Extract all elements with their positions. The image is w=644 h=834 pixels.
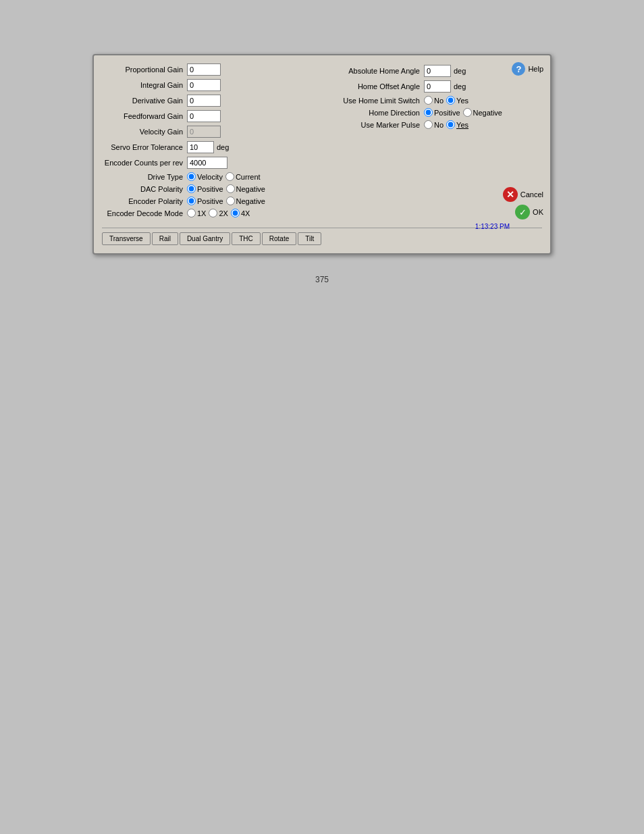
home-direction-label: Home Direction (325, 109, 420, 117)
drive-type-velocity-option[interactable]: Velocity (187, 172, 223, 181)
tab-thc[interactable]: THC (232, 232, 261, 245)
dac-polarity-positive-radio[interactable] (187, 184, 196, 193)
feedforward-gain-input[interactable] (187, 110, 221, 122)
use-marker-pulse-yes-option[interactable]: Yes (446, 120, 468, 129)
home-offset-angle-label: Home Offset Angle (325, 82, 420, 90)
encoder-decode-group: 1X 2X 4X (187, 209, 250, 217)
left-panel: Proportional Gain Integral Gain Derivati… (102, 63, 319, 221)
home-offset-angle-unit: deg (454, 82, 466, 90)
encoder-polarity-negative-option[interactable]: Negative (226, 197, 265, 205)
tab-dual-gantry[interactable]: Dual Gantry (180, 232, 230, 245)
page-number: 375 (315, 275, 329, 284)
servo-error-label: Servo Error Tolerance (102, 143, 183, 151)
dac-polarity-group: Positive Negative (187, 184, 265, 193)
use-home-limit-yes-option[interactable]: Yes (446, 96, 468, 105)
abs-home-angle-row: Absolute Home Angle deg (325, 65, 542, 77)
encoder-decode-1x-radio[interactable] (187, 209, 196, 217)
integral-gain-row: Integral Gain (102, 79, 319, 91)
help-area: ? Help (512, 62, 543, 76)
encoder-counts-label: Encoder Counts per rev (102, 159, 183, 167)
abs-home-angle-label: Absolute Home Angle (325, 67, 420, 75)
main-dialog: ? Help Proportional Gain Integral Gain D… (92, 54, 552, 255)
proportional-gain-label: Proportional Gain (102, 66, 183, 74)
integral-gain-label: Integral Gain (102, 81, 183, 89)
drive-type-current-option[interactable]: Current (225, 172, 261, 181)
proportional-gain-row: Proportional Gain (102, 63, 319, 76)
servo-error-row: Servo Error Tolerance deg (102, 141, 319, 153)
drive-type-velocity-radio[interactable] (187, 172, 196, 181)
use-marker-pulse-label: Use Marker Pulse (325, 121, 420, 129)
ok-button[interactable]: ✓ OK (515, 205, 543, 219)
use-marker-pulse-group: No Yes (424, 120, 468, 129)
cancel-button[interactable]: ✕ Cancel (503, 187, 543, 202)
tab-transverse[interactable]: Transverse (102, 232, 151, 245)
use-home-limit-group: No Yes (424, 96, 468, 105)
home-direction-negative-option[interactable]: Negative (463, 108, 502, 117)
use-marker-pulse-yes-radio[interactable] (446, 120, 455, 129)
encoder-polarity-row: Encoder Polarity Positive Negative (102, 197, 319, 205)
use-home-limit-row: Use Home Limit Switch No Yes (325, 96, 542, 105)
encoder-decode-row: Encoder Decode Mode 1X 2X 4X (102, 209, 319, 217)
cancel-label: Cancel (520, 190, 543, 199)
tab-rotate[interactable]: Rotate (262, 232, 296, 245)
dac-polarity-label: DAC Polarity (102, 185, 183, 193)
drive-type-row: Drive Type Velocity Current (102, 172, 319, 181)
use-home-limit-no-radio[interactable] (424, 96, 433, 105)
feedforward-gain-label: Feedforward Gain (102, 112, 183, 120)
drive-type-current-radio[interactable] (225, 172, 234, 181)
ok-label: OK (533, 208, 543, 216)
encoder-decode-1x-option[interactable]: 1X (187, 209, 206, 217)
tab-tilt[interactable]: Tilt (298, 232, 321, 245)
use-marker-pulse-no-option[interactable]: No (424, 120, 444, 129)
integral-gain-input[interactable] (187, 79, 221, 91)
abs-home-angle-input[interactable] (424, 65, 451, 77)
encoder-counts-input[interactable] (187, 157, 227, 169)
use-marker-pulse-row: Use Marker Pulse No Yes (325, 120, 542, 129)
tab-rail[interactable]: Rail (152, 232, 178, 245)
encoder-decode-2x-radio[interactable] (209, 209, 217, 217)
proportional-gain-input[interactable] (187, 63, 221, 76)
dac-polarity-positive-option[interactable]: Positive (187, 184, 223, 193)
encoder-counts-row: Encoder Counts per rev (102, 157, 319, 169)
encoder-polarity-group: Positive Negative (187, 197, 265, 205)
encoder-decode-2x-option[interactable]: 2X (209, 209, 227, 217)
help-icon: ? (512, 62, 525, 76)
feedforward-gain-row: Feedforward Gain (102, 110, 319, 122)
timestamp: 1:13:23 PM (475, 223, 510, 230)
servo-error-unit: deg (217, 143, 229, 151)
home-direction-row: Home Direction Positive Negative (325, 108, 542, 117)
servo-error-input[interactable] (187, 141, 214, 153)
derivative-gain-row: Derivative Gain (102, 95, 319, 107)
home-direction-positive-radio[interactable] (424, 108, 433, 117)
ok-icon: ✓ (515, 205, 530, 219)
encoder-decode-4x-option[interactable]: 4X (231, 209, 250, 217)
encoder-decode-4x-radio[interactable] (231, 209, 240, 217)
derivative-gain-input[interactable] (187, 95, 221, 107)
encoder-polarity-positive-option[interactable]: Positive (187, 197, 223, 205)
encoder-polarity-negative-radio[interactable] (226, 197, 235, 205)
home-direction-group: Positive Negative (424, 108, 502, 117)
encoder-decode-label: Encoder Decode Mode (102, 209, 183, 217)
drive-type-group: Velocity Current (187, 172, 261, 181)
encoder-polarity-positive-radio[interactable] (187, 197, 196, 205)
bottom-buttons: ✕ Cancel ✓ OK (503, 187, 543, 219)
cancel-icon: ✕ (503, 187, 518, 202)
drive-type-label: Drive Type (102, 173, 183, 181)
use-home-limit-yes-radio[interactable] (446, 96, 455, 105)
dac-polarity-negative-radio[interactable] (226, 184, 235, 193)
velocity-gain-row: Velocity Gain (102, 126, 319, 138)
dac-polarity-row: DAC Polarity Positive Negative (102, 184, 319, 193)
home-direction-negative-radio[interactable] (463, 108, 472, 117)
dac-polarity-negative-option[interactable]: Negative (226, 184, 265, 193)
home-offset-angle-row: Home Offset Angle deg (325, 80, 542, 93)
encoder-polarity-label: Encoder Polarity (102, 197, 183, 205)
use-home-limit-no-option[interactable]: No (424, 96, 444, 105)
use-home-limit-label: Use Home Limit Switch (325, 97, 420, 105)
dialog-body: Proportional Gain Integral Gain Derivati… (102, 63, 542, 221)
help-label: Help (528, 65, 543, 73)
help-button[interactable]: ? Help (512, 62, 543, 76)
home-offset-angle-input[interactable] (424, 80, 451, 93)
use-marker-pulse-no-radio[interactable] (424, 120, 433, 129)
velocity-gain-label: Velocity Gain (102, 128, 183, 136)
home-direction-positive-option[interactable]: Positive (424, 108, 460, 117)
